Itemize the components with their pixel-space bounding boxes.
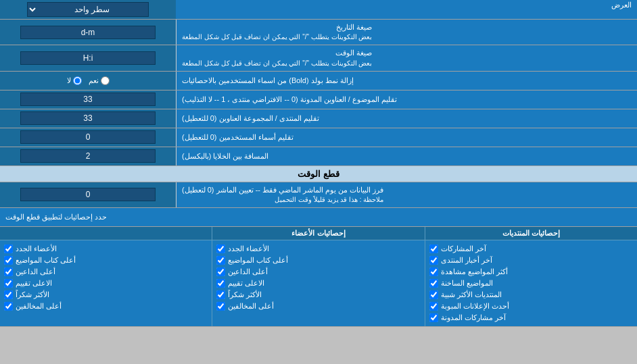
list-item: الأكثر شكراً bbox=[216, 289, 420, 301]
bold-yes-radio[interactable] bbox=[101, 76, 110, 85]
list-item: الأعضاء الجدد bbox=[216, 243, 420, 255]
filter-input[interactable] bbox=[20, 188, 156, 201]
bold-label: إزالة نمط بولد (Bold) من اسماء المستخدمي… bbox=[176, 72, 637, 90]
col1-header: إحصائيات الأعضاء bbox=[212, 227, 424, 240]
stats-limit-label: حدد إحصائيات لتطبيق قطع الوقت bbox=[0, 208, 637, 226]
checkbox-item[interactable] bbox=[4, 279, 13, 288]
checkbox-item[interactable] bbox=[216, 256, 225, 265]
list-item: آخر المشاركات bbox=[429, 243, 633, 255]
checkbox-item[interactable] bbox=[216, 290, 225, 299]
checkbox-item[interactable] bbox=[216, 267, 225, 276]
filter-row: فرز البيانات من يوم الماشر الماضي فقط --… bbox=[0, 182, 637, 208]
checkbox-item[interactable] bbox=[429, 244, 438, 253]
list-item: أعلى كتاب المواضيع bbox=[4, 255, 208, 266]
list-item: المواضيع الساخنة bbox=[429, 278, 633, 289]
checkbox-item[interactable] bbox=[4, 244, 13, 253]
bold-no-label[interactable]: لا bbox=[67, 76, 82, 85]
checkbox-item[interactable] bbox=[4, 267, 13, 276]
list-item: أكثر المواضيع مشاهدة bbox=[429, 266, 633, 278]
topic-input-cell bbox=[0, 90, 176, 109]
topic-row: تقليم الموضوع / العناوين المدونة (0 -- ا… bbox=[0, 90, 637, 109]
forum-row: تقليم المنتدى / المجموعة العناوين (0 للت… bbox=[0, 109, 637, 128]
checkbox-item[interactable] bbox=[216, 302, 225, 311]
main-container: العرض سطر واحد سطرين ثلاثة أسطر صيغة الت… bbox=[0, 0, 637, 327]
date-format-row: صيغة التاريخ بعض التكوينات يتطلب "/" الت… bbox=[0, 20, 637, 45]
users-label: تقليم أسماء المستخدمين (0 للتعطيل) bbox=[176, 128, 637, 147]
list-item: آخر مشاركات المدونة bbox=[429, 312, 633, 323]
display-input-cell: سطر واحد سطرين ثلاثة أسطر bbox=[0, 0, 176, 19]
filter-input-cell bbox=[0, 182, 176, 207]
display-label: العرض bbox=[176, 0, 637, 19]
list-item: الاعلى تقييم bbox=[4, 278, 208, 289]
time-format-label: صيغة الوقت بعض التكوينات يتطلب "/" التي … bbox=[176, 45, 637, 70]
space-input[interactable] bbox=[20, 149, 156, 163]
checkbox-item[interactable] bbox=[429, 302, 438, 311]
list-item: أعلى الداعين bbox=[4, 266, 208, 278]
checkbox-col3: الأعضاء الجدد أعلى كتاب المواضيع أعلى ال… bbox=[0, 240, 212, 326]
list-item: أعلى كتاب المواضيع bbox=[216, 255, 420, 266]
list-item: أعلى المخالفين bbox=[216, 301, 420, 312]
checkbox-item[interactable] bbox=[4, 256, 13, 265]
space-row: المسافة بين الخلايا (بالبكسل) bbox=[0, 147, 637, 166]
checkbox-item[interactable] bbox=[4, 302, 13, 311]
space-label: المسافة بين الخلايا (بالبكسل) bbox=[176, 147, 637, 165]
list-item: الاعلى تقييم bbox=[216, 278, 420, 289]
checkbox-item[interactable] bbox=[429, 279, 438, 288]
list-item: الأكثر شكراً bbox=[4, 289, 208, 301]
date-format-input[interactable] bbox=[20, 26, 156, 39]
forum-input[interactable] bbox=[20, 111, 156, 125]
topic-label: تقليم الموضوع / العناوين المدونة (0 -- ا… bbox=[176, 90, 637, 109]
users-row: تقليم أسماء المستخدمين (0 للتعطيل) bbox=[0, 128, 637, 147]
list-item: المنتديات الأكثر شبية bbox=[429, 289, 633, 301]
space-input-cell bbox=[0, 147, 176, 165]
checkbox-item[interactable] bbox=[429, 267, 438, 276]
forum-input-cell bbox=[0, 109, 176, 128]
checkbox-item[interactable] bbox=[4, 290, 13, 299]
display-row: العرض سطر واحد سطرين ثلاثة أسطر bbox=[0, 0, 637, 20]
time-cut-header: قطع الوقت bbox=[0, 166, 637, 182]
checkbox-item[interactable] bbox=[429, 313, 438, 322]
checkbox-item[interactable] bbox=[429, 290, 438, 299]
list-item: أعلى الداعين bbox=[216, 266, 420, 278]
checkbox-item[interactable] bbox=[216, 279, 225, 288]
users-input-cell bbox=[0, 128, 176, 147]
filter-label: فرز البيانات من يوم الماشر الماضي فقط --… bbox=[176, 182, 637, 207]
checkbox-item[interactable] bbox=[216, 244, 225, 253]
checkboxes-container: آخر المشاركات آخر أخبار المنتدى أكثر الم… bbox=[0, 240, 637, 327]
list-item: أحدث الإعلانات المبوبة bbox=[429, 301, 633, 312]
display-dropdown[interactable]: سطر واحد سطرين ثلاثة أسطر bbox=[27, 2, 149, 17]
bold-row: إزالة نمط بولد (Bold) من اسماء المستخدمي… bbox=[0, 72, 637, 90]
users-input[interactable] bbox=[20, 130, 156, 144]
checkbox-col1: الأعضاء الجدد أعلى كتاب المواضيع أعلى ال… bbox=[212, 240, 424, 326]
col3-header bbox=[0, 227, 212, 240]
forum-label: تقليم المنتدى / المجموعة العناوين (0 للت… bbox=[176, 109, 637, 128]
list-item: الأعضاء الجدد bbox=[4, 243, 208, 255]
bold-yes-label[interactable]: نعم bbox=[89, 76, 110, 85]
stats-limit-row: حدد إحصائيات لتطبيق قطع الوقت bbox=[0, 208, 637, 227]
bold-radio-cell: نعم لا bbox=[0, 72, 176, 90]
col2-header: إحصائيات المنتديات bbox=[425, 227, 637, 240]
topic-input[interactable] bbox=[20, 93, 156, 106]
stats-col-headers: إحصائيات المنتديات إحصائيات الأعضاء bbox=[0, 227, 637, 240]
time-format-input[interactable] bbox=[20, 51, 156, 65]
bold-no-radio[interactable] bbox=[73, 76, 82, 85]
date-format-label: صيغة التاريخ بعض التكوينات يتطلب "/" الت… bbox=[176, 20, 637, 45]
time-format-input-cell bbox=[0, 45, 176, 70]
time-format-row: صيغة الوقت بعض التكوينات يتطلب "/" التي … bbox=[0, 45, 637, 71]
checkbox-item[interactable] bbox=[429, 256, 438, 265]
checkbox-col2: آخر المشاركات آخر أخبار المنتدى أكثر الم… bbox=[425, 240, 637, 326]
list-item: آخر أخبار المنتدى bbox=[429, 255, 633, 266]
list-item: أعلى المخالفين bbox=[4, 301, 208, 312]
date-format-input-cell bbox=[0, 20, 176, 45]
